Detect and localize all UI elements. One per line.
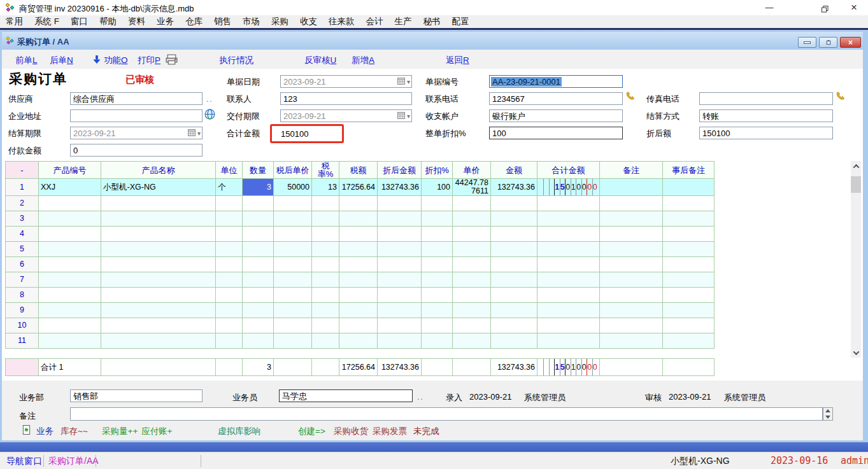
cell[interactable]	[663, 211, 715, 227]
statusbar-order-tab[interactable]: 采购订单/AA	[48, 456, 99, 467]
cell[interactable]	[378, 211, 422, 227]
cell[interactable]	[312, 318, 339, 333]
cell[interactable]	[274, 227, 312, 242]
cell[interactable]	[339, 272, 378, 288]
cell[interactable]	[491, 303, 537, 318]
cell[interactable]	[339, 288, 378, 303]
cell[interactable]	[274, 196, 312, 211]
menu-item[interactable]: 市场	[237, 15, 266, 29]
dept-input[interactable]: 销售部	[70, 389, 203, 402]
cell[interactable]	[453, 288, 491, 303]
cell[interactable]	[663, 318, 715, 333]
cell[interactable]	[312, 242, 339, 257]
action-8[interactable]: 采购发票	[373, 426, 407, 437]
cell[interactable]	[422, 227, 453, 242]
cell[interactable]	[422, 211, 453, 227]
cell[interactable]	[663, 272, 715, 288]
cell[interactable]	[491, 196, 537, 211]
child-restore-button[interactable]	[819, 37, 837, 48]
cell[interactable]	[243, 318, 274, 333]
cell[interactable]	[339, 196, 378, 211]
cell[interactable]	[216, 196, 243, 211]
settle-method-input[interactable]: 转账	[699, 109, 833, 122]
order-discount-input[interactable]: 100	[489, 127, 623, 139]
cell[interactable]	[663, 242, 715, 257]
cell[interactable]	[243, 288, 274, 303]
menu-item[interactable]: 销售	[208, 15, 237, 29]
menu-item[interactable]: 窗口	[65, 15, 94, 29]
function-down-arrow-icon[interactable]	[93, 55, 101, 66]
cell[interactable]	[39, 288, 101, 303]
function-menu-button[interactable]: 功能O	[104, 55, 128, 66]
menu-item[interactable]: 系统 F	[29, 15, 65, 29]
cell[interactable]	[243, 227, 274, 242]
row-number[interactable]: 11	[6, 333, 39, 349]
cell[interactable]	[491, 318, 537, 333]
cell[interactable]	[243, 242, 274, 257]
cell[interactable]	[39, 303, 101, 318]
cell[interactable]	[101, 242, 216, 257]
cell[interactable]	[453, 303, 491, 318]
action-5[interactable]: 虚拟库影响	[218, 426, 261, 437]
cell[interactable]	[537, 257, 600, 272]
salesman-browse-button[interactable]: ..	[417, 393, 424, 402]
cell[interactable]: 17256.64	[339, 179, 378, 196]
cell[interactable]	[312, 359, 339, 376]
cell[interactable]	[663, 303, 715, 318]
cell[interactable]	[101, 333, 216, 349]
cell[interactable]	[600, 272, 663, 288]
cell[interactable]	[537, 333, 600, 349]
cell[interactable]	[537, 318, 600, 333]
cell[interactable]	[378, 303, 422, 318]
cell[interactable]	[663, 227, 715, 242]
cell[interactable]	[453, 227, 491, 242]
cell[interactable]	[101, 272, 216, 288]
cell[interactable]	[243, 303, 274, 318]
cell[interactable]: 17256.64	[339, 359, 378, 376]
cell[interactable]: 15010000	[537, 179, 600, 196]
cell[interactable]	[537, 272, 600, 288]
cell[interactable]	[274, 303, 312, 318]
cell[interactable]	[453, 257, 491, 272]
cell[interactable]	[101, 318, 216, 333]
cell[interactable]	[312, 196, 339, 211]
address-input[interactable]	[70, 109, 203, 122]
contact-input[interactable]: 123	[280, 92, 412, 105]
cell[interactable]	[216, 211, 243, 227]
scroll-up-button[interactable]	[851, 161, 861, 171]
cell[interactable]: 132743.36	[378, 359, 422, 376]
child-close-button[interactable]: ×	[840, 37, 861, 48]
cell[interactable]	[453, 333, 491, 349]
cell[interactable]	[600, 242, 663, 257]
menu-item[interactable]: 秘书	[418, 15, 446, 29]
row-number[interactable]: 4	[6, 227, 39, 242]
cell[interactable]	[39, 242, 101, 257]
cell[interactable]	[537, 211, 600, 227]
window-minimize-button[interactable]: —	[762, 1, 777, 14]
cell[interactable]	[243, 196, 274, 211]
cell[interactable]	[600, 359, 663, 376]
window-close-button[interactable]: ×	[847, 1, 861, 14]
menu-item[interactable]: 常用	[0, 15, 29, 29]
cell[interactable]	[216, 272, 243, 288]
cell[interactable]	[243, 257, 274, 272]
cell[interactable]	[339, 257, 378, 272]
cell[interactable]: 132743.36	[378, 179, 422, 196]
cell[interactable]	[378, 318, 422, 333]
salesman-input[interactable]: 马学忠	[279, 389, 413, 402]
table-scrollbar[interactable]	[851, 161, 861, 358]
window-restore-button[interactable]	[819, 1, 830, 14]
action-2[interactable]: 库存~~	[60, 426, 88, 437]
cell[interactable]	[312, 333, 339, 349]
dropdown-arrow-icon[interactable]: ▾	[407, 111, 410, 122]
menu-item[interactable]: 资料	[122, 15, 151, 29]
cell[interactable]	[422, 288, 453, 303]
row-number[interactable]: 5	[6, 242, 39, 257]
action-1[interactable]: 业务	[36, 426, 53, 437]
action-6[interactable]: 创建=>	[298, 426, 325, 437]
scrollbar-thumb[interactable]	[851, 176, 861, 193]
cell[interactable]	[39, 272, 101, 288]
cell[interactable]	[491, 211, 537, 227]
cell[interactable]	[600, 288, 663, 303]
cell[interactable]	[453, 318, 491, 333]
